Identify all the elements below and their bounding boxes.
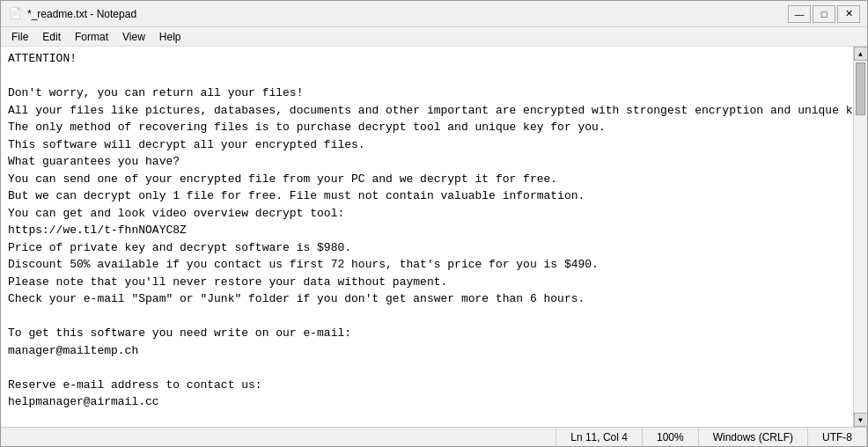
scroll-track[interactable]	[854, 61, 867, 413]
title-bar: 📄 *_readme.txt - Notepad — □ ✕	[1, 1, 867, 27]
status-zoom: 100%	[643, 428, 699, 446]
menu-format[interactable]: Format	[68, 29, 115, 45]
text-area-wrapper[interactable]: ATTENTION! Don't worry, you can return a…	[1, 47, 853, 427]
status-encoding: UTF-8	[808, 428, 867, 446]
scroll-thumb[interactable]	[856, 62, 865, 115]
status-spacer	[1, 428, 556, 446]
scroll-down-button[interactable]: ▼	[854, 413, 868, 427]
menu-help[interactable]: Help	[152, 29, 188, 45]
menu-edit[interactable]: Edit	[35, 29, 68, 45]
menu-file[interactable]: File	[4, 29, 35, 45]
status-bar: Ln 11, Col 4 100% Windows (CRLF) UTF-8	[1, 427, 867, 446]
app-icon: 📄	[8, 7, 22, 21]
window-title: *_readme.txt - Notepad	[27, 8, 136, 20]
content-area: ATTENTION! Don't worry, you can return a…	[1, 47, 867, 427]
maximize-button[interactable]: □	[813, 5, 835, 23]
menu-bar: File Edit Format View Help	[1, 27, 867, 47]
close-button[interactable]: ✕	[837, 5, 860, 23]
minimize-button[interactable]: —	[788, 5, 811, 23]
title-bar-left: 📄 *_readme.txt - Notepad	[8, 7, 136, 21]
status-line-ending: Windows (CRLF)	[699, 428, 808, 446]
notepad-window: 📄 *_readme.txt - Notepad — □ ✕ File Edit…	[0, 0, 868, 447]
vertical-scrollbar[interactable]: ▲ ▼	[853, 47, 867, 427]
scroll-up-button[interactable]: ▲	[854, 47, 868, 61]
window-controls: — □ ✕	[788, 5, 860, 23]
status-line-col: Ln 11, Col 4	[556, 428, 643, 446]
menu-view[interactable]: View	[115, 29, 152, 45]
text-content[interactable]: ATTENTION! Don't worry, you can return a…	[1, 47, 853, 427]
